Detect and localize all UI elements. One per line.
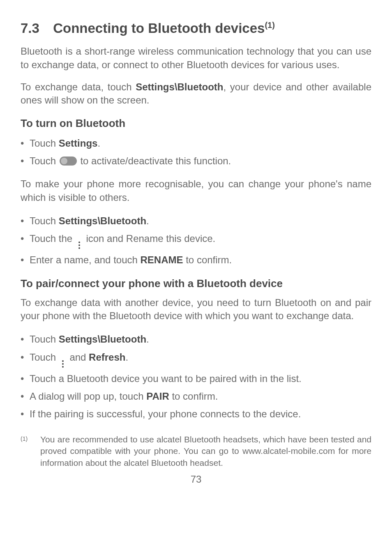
li-text: Touch — [30, 215, 59, 226]
intro2-part-a: To exchange data, touch — [21, 81, 136, 92]
li-text: A dialog will pop up, touch — [30, 391, 146, 402]
section-title-text: Connecting to Bluetooth devices — [53, 21, 265, 36]
intro-paragraph-2: To exchange data, touch Settings\Bluetoo… — [21, 81, 371, 107]
li-text: to confirm. — [183, 254, 232, 265]
list-item: Touch Settings\Bluetooth. — [21, 213, 371, 228]
list-item: If the pairing is successful, your phone… — [21, 406, 371, 421]
section-title-sup: (1) — [265, 21, 274, 30]
li-bold: Settings — [59, 138, 98, 149]
page-number: 73 — [21, 473, 371, 486]
more-vertical-icon — [76, 241, 83, 250]
li-text: Touch — [30, 155, 59, 166]
li-text: . — [97, 138, 100, 149]
toggle-switch-icon — [60, 157, 77, 166]
section-title: 7.3 Connecting to Bluetooth devices(1) — [21, 20, 371, 37]
li-text: and — [67, 352, 89, 363]
li-text: to confirm. — [169, 391, 218, 402]
pair-paragraph: To exchange data with another device, yo… — [21, 296, 371, 323]
list-item: A dialog will pop up, touch PAIR to conf… — [21, 389, 371, 404]
intro2-bold: Settings\Bluetooth — [136, 81, 223, 92]
section-number: 7.3 — [21, 20, 49, 37]
intro-paragraph-1: Bluetooth is a short-range wireless comm… — [21, 45, 371, 71]
footnote-marker: (1) — [21, 434, 40, 443]
li-text: . — [125, 352, 128, 363]
list-item: Touch Settings. — [21, 136, 371, 151]
more-vertical-icon — [60, 359, 66, 368]
recognisable-paragraph: To make your phone more recognisable, yo… — [21, 177, 371, 204]
li-text: . — [146, 334, 149, 345]
footnote-text: You are recommended to use alcatel Bluet… — [40, 434, 371, 469]
subhead-turn-on-bluetooth: To turn on Bluetooth — [21, 116, 371, 131]
list-rename: Touch Settings\Bluetooth. Touch the icon… — [21, 213, 371, 267]
li-bold: Settings\Bluetooth — [59, 334, 146, 345]
li-text: icon and Rename this device. — [83, 233, 216, 244]
li-text: Touch — [30, 334, 59, 345]
list-item: Touch Settings\Bluetooth. — [21, 331, 371, 347]
list-item: Touch the icon and Rename this device. — [21, 231, 371, 250]
li-text: Touch — [30, 352, 59, 363]
list-item: Enter a name, and touch RENAME to confir… — [21, 252, 371, 267]
subhead-pair-connect: To pair/connect your phone with a Blueto… — [21, 276, 371, 291]
li-text: Touch the — [30, 233, 75, 244]
li-text: to activate/deactivate this function. — [78, 155, 231, 166]
footnote: (1) You are recommended to use alcatel B… — [21, 434, 371, 469]
li-bold: RENAME — [141, 254, 183, 265]
li-text: Touch — [30, 138, 59, 149]
li-bold: PAIR — [146, 391, 169, 402]
li-text: Enter a name, and touch — [30, 254, 141, 265]
list-item: Touch to activate/deactivate this functi… — [21, 153, 371, 168]
list-turn-on: Touch Settings. Touch to activate/deacti… — [21, 136, 371, 168]
li-bold: Settings\Bluetooth — [59, 215, 146, 226]
li-bold: Refresh — [89, 352, 125, 363]
list-pair: Touch Settings\Bluetooth. Touch and Refr… — [21, 331, 371, 421]
list-item: Touch and Refresh. — [21, 350, 371, 368]
list-item: Touch a Bluetooth device you want to be … — [21, 371, 371, 386]
li-text: . — [146, 215, 149, 226]
